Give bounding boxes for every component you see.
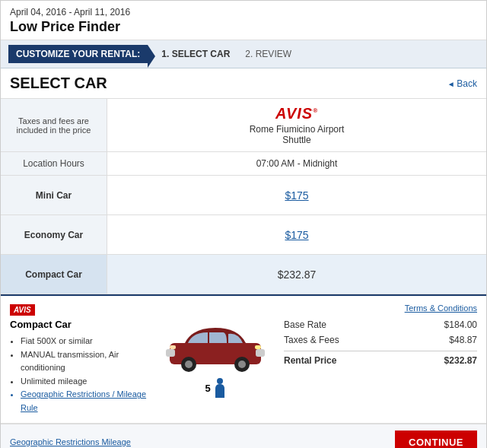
detail-panel: AVIS Compact Car Fiat 500X or similar MA… xyxy=(1,294,486,424)
svg-point-2 xyxy=(185,361,193,368)
svg-point-9 xyxy=(217,378,223,384)
avis-logo: AVIS® xyxy=(113,105,480,122)
compact-car-price-cell: $232.87 xyxy=(107,255,486,294)
svg-point-4 xyxy=(238,361,246,368)
svg-rect-10 xyxy=(218,389,222,398)
detail-car-name: Compact Car xyxy=(10,319,147,330)
back-link[interactable]: Back xyxy=(447,78,477,89)
svg-rect-7 xyxy=(255,345,261,349)
feature-2: MANUAL transmission, Air conditioning xyxy=(21,348,147,375)
continue-button[interactable]: CONTINUE xyxy=(395,431,477,448)
compact-car-row[interactable]: Compact Car $232.87 xyxy=(1,255,486,294)
passenger-row: 5 xyxy=(205,378,225,398)
svg-rect-8 xyxy=(170,345,176,349)
price-breakdown: Base Rate $184.00 Taxes & Fees $48.87 Re… xyxy=(284,317,477,368)
footer-geo-note[interactable]: Geographic Restrictions Mileage xyxy=(10,437,131,446)
mini-car-name: Mini Car xyxy=(1,176,107,214)
section-title: SELECT CAR xyxy=(10,75,107,92)
base-rate-row: Base Rate $184.00 xyxy=(284,317,477,332)
feature-3: Unlimited mileage xyxy=(21,375,147,389)
date-range: April 04, 2016 - April 11, 2016 xyxy=(10,7,477,17)
vendor-location: Rome Fiumicino Airport Shuttle xyxy=(113,124,480,145)
compact-car-name: Compact Car xyxy=(1,255,107,294)
rental-price-value: $232.87 xyxy=(444,355,477,366)
person-icon xyxy=(214,378,226,398)
footer-bar: Geographic Restrictions Mileage CONTINUE xyxy=(1,424,486,448)
hours-value: 07:00 AM - Midnight xyxy=(107,152,486,175)
svg-rect-6 xyxy=(256,349,265,357)
avis-badge: AVIS xyxy=(10,304,35,316)
taxes-note: Taxes and fees are included in the price xyxy=(1,99,107,151)
passenger-count: 5 xyxy=(205,383,210,394)
taxes-fees-row: Taxes & Fees $48.87 xyxy=(284,332,477,348)
wizard-bar: CUSTOMIZE YOUR RENTAL: 1. SELECT CAR 2. … xyxy=(1,40,486,68)
rental-price-row: Rental Price $232.87 xyxy=(284,351,477,368)
geo-restrictions-link[interactable]: Geographic Restrictions / Mileage Rule xyxy=(21,388,147,415)
wizard-step-2[interactable]: 2. REVIEW xyxy=(245,49,291,59)
wizard-step-1[interactable]: 1. SELECT CAR xyxy=(161,49,230,59)
vendor-info: AVIS® Rome Fiumicino Airport Shuttle xyxy=(107,99,486,151)
wizard-label: CUSTOMIZE YOUR RENTAL: xyxy=(8,45,148,63)
economy-car-price-cell: $175 xyxy=(107,215,486,254)
terms-conditions-link[interactable]: Terms & Conditions xyxy=(284,303,477,313)
economy-car-name: Economy Car xyxy=(1,215,107,254)
feature-1: Fiat 500X or similar xyxy=(21,335,147,348)
detail-middle: 5 xyxy=(154,303,276,415)
vendor-header-row: Taxes and fees are included in the price… xyxy=(1,99,486,152)
hours-label: Location Hours xyxy=(1,152,107,175)
section-title-bar: SELECT CAR Back xyxy=(1,68,486,99)
detail-right: Terms & Conditions Base Rate $184.00 Tax… xyxy=(284,303,477,415)
taxes-fees-label: Taxes & Fees xyxy=(284,335,339,345)
mini-car-row: Mini Car $175 xyxy=(1,176,486,215)
taxes-fees-value: $48.87 xyxy=(449,335,477,345)
wizard-steps: 1. SELECT CAR 2. REVIEW xyxy=(161,49,291,59)
page-header: April 04, 2016 - April 11, 2016 Low Pric… xyxy=(1,1,486,40)
base-rate-value: $184.00 xyxy=(444,319,477,330)
detail-features: Fiat 500X or similar MANUAL transmission… xyxy=(10,335,147,415)
economy-car-price[interactable]: $175 xyxy=(285,229,308,241)
compact-car-price: $232.87 xyxy=(278,268,317,281)
page-title: Low Price Finder xyxy=(10,19,477,35)
mini-car-price-cell: $175 xyxy=(107,176,486,214)
hours-row: Location Hours 07:00 AM - Midnight xyxy=(1,152,486,176)
detail-left: AVIS Compact Car Fiat 500X or similar MA… xyxy=(10,303,147,415)
mini-car-price[interactable]: $175 xyxy=(285,189,308,202)
economy-car-row: Economy Car $175 xyxy=(1,215,486,255)
rental-price-label: Rental Price xyxy=(284,355,336,366)
car-image xyxy=(162,320,269,373)
base-rate-label: Base Rate xyxy=(284,319,326,330)
svg-rect-5 xyxy=(166,349,175,357)
